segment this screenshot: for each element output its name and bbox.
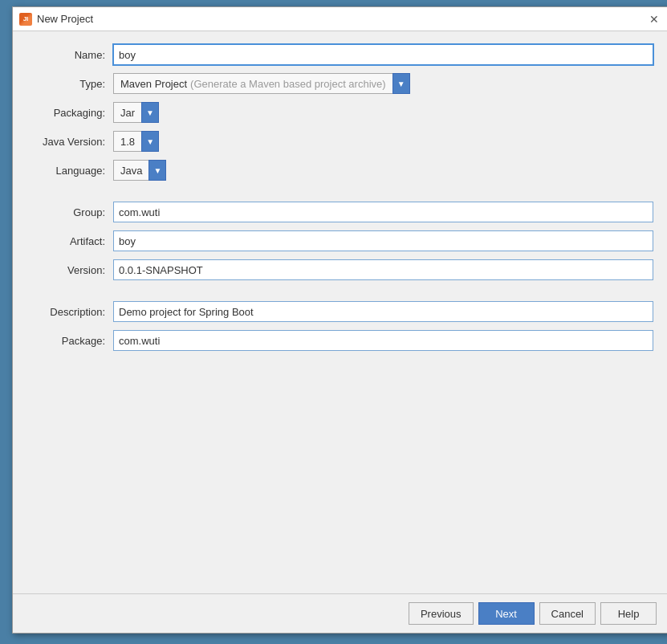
name-row: Name: <box>29 44 653 65</box>
language-row: Language: Java ▼ <box>29 160 653 181</box>
java-version-dropdown-wrapper: 1.8 ▼ <box>113 131 159 152</box>
java-version-row: Java Version: 1.8 ▼ <box>29 131 653 152</box>
type-dropdown-wrapper: Maven Project (Generate a Maven based pr… <box>113 73 410 94</box>
package-label: Package: <box>29 335 113 347</box>
dialog-body: Name: Type: Maven Project (Generate a Ma… <box>13 31 667 593</box>
group-row: Group: <box>29 202 653 222</box>
next-button[interactable]: Next <box>478 602 535 625</box>
version-row: Version: <box>29 259 653 280</box>
close-button[interactable]: ✕ <box>645 10 663 28</box>
help-button[interactable]: Help <box>600 602 657 625</box>
new-project-dialog: JI New Project ✕ Name: Type: Maven Proje… <box>12 6 667 634</box>
packaging-row: Packaging: Jar ▼ <box>29 102 653 123</box>
dialog-overlay: JI New Project ✕ Name: Type: Maven Proje… <box>0 0 667 644</box>
version-label: Version: <box>29 264 113 276</box>
language-dropdown-wrapper: Java ▼ <box>113 160 166 181</box>
description-row: Description: <box>29 301 653 322</box>
dialog-title: New Project <box>37 13 93 25</box>
language-dropdown-button[interactable]: ▼ <box>148 160 166 181</box>
packaging-dropdown-button[interactable]: ▼ <box>141 102 159 123</box>
description-label: Description: <box>29 306 113 318</box>
type-dropdown-text: Maven Project (Generate a Maven based pr… <box>113 73 392 94</box>
java-version-label: Java Version: <box>29 136 113 148</box>
dialog-titlebar: JI New Project ✕ <box>13 7 667 31</box>
packaging-value: Jar <box>113 102 141 123</box>
artifact-input[interactable] <box>113 230 653 251</box>
type-dropdown-button[interactable]: ▼ <box>392 73 410 94</box>
group-label: Group: <box>29 206 113 218</box>
separator2 <box>29 288 653 295</box>
name-input[interactable] <box>113 44 653 65</box>
dialog-footer: Previous Next Cancel Help <box>13 593 667 633</box>
description-input[interactable] <box>113 301 653 322</box>
java-version-value: 1.8 <box>113 131 141 152</box>
separator1 <box>29 189 653 195</box>
type-description: (Generate a Maven based project archive) <box>190 78 386 90</box>
type-row: Type: Maven Project (Generate a Maven ba… <box>29 73 653 94</box>
type-value: Maven Project <box>120 78 187 90</box>
artifact-label: Artifact: <box>29 235 113 247</box>
previous-button[interactable]: Previous <box>409 602 474 625</box>
java-version-dropdown-button[interactable]: ▼ <box>141 131 159 152</box>
language-label: Language: <box>29 165 113 177</box>
package-input[interactable] <box>113 330 653 351</box>
name-label: Name: <box>29 49 113 61</box>
group-input[interactable] <box>113 202 653 222</box>
packaging-label: Packaging: <box>29 107 113 119</box>
titlebar-left: JI New Project <box>19 13 93 26</box>
artifact-row: Artifact: <box>29 230 653 251</box>
packaging-dropdown-wrapper: Jar ▼ <box>113 102 159 123</box>
package-row: Package: <box>29 330 653 351</box>
type-label: Type: <box>29 78 113 90</box>
language-value: Java <box>113 160 148 181</box>
dialog-app-icon: JI <box>19 13 32 26</box>
cancel-button[interactable]: Cancel <box>539 602 596 625</box>
version-input[interactable] <box>113 259 653 280</box>
